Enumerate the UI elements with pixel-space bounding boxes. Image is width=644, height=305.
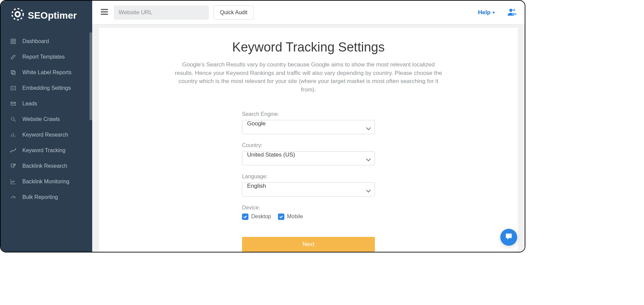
chat-icon	[504, 232, 513, 242]
caret-down-icon: ▼	[492, 11, 496, 15]
sidebar-item-keyword-tracking[interactable]: Keyword Tracking	[1, 143, 92, 158]
sidebar-item-label: Leads	[22, 101, 37, 107]
svg-point-10	[11, 117, 14, 120]
svg-rect-6	[11, 70, 14, 74]
search-icon	[10, 116, 16, 122]
svg-rect-4	[14, 42, 16, 44]
edit-icon	[10, 54, 16, 60]
svg-rect-2	[14, 39, 16, 41]
sidebar-item-white-label-reports[interactable]: White Label Reports	[1, 65, 92, 80]
gear-icon	[10, 7, 25, 24]
sidebar-item-label: Dashboard	[22, 38, 49, 44]
menu-toggle-icon[interactable]	[100, 7, 109, 18]
sidebar-item-label: Embedding Settings	[22, 85, 71, 91]
svg-line-11	[14, 120, 16, 122]
svg-line-19	[13, 197, 14, 199]
sidebar-item-label: White Label Reports	[22, 69, 72, 76]
sidebar-item-dashboard[interactable]: Dashboard	[1, 34, 92, 49]
language-select[interactable]: English	[242, 182, 375, 197]
website-url-input[interactable]	[114, 5, 209, 20]
sidebar-item-keyword-research[interactable]: Keyword Research	[1, 127, 92, 143]
sidebar-item-embedding-settings[interactable]: Embedding Settings	[1, 80, 92, 96]
device-label: Device:	[242, 205, 375, 211]
sidebar-nav: Dashboard Report Templates White Label R…	[1, 32, 92, 206]
sidebar-item-label: Report Templates	[22, 54, 65, 60]
svg-rect-5	[12, 72, 15, 75]
chat-widget-button[interactable]	[500, 229, 517, 246]
country-label: Country:	[242, 142, 375, 148]
svg-point-24	[513, 8, 516, 11]
copy-icon	[10, 69, 16, 76]
sidebar-item-bulk-reporting[interactable]: Bulk Reporting	[1, 189, 92, 205]
sidebar-item-label: Keyword Research	[22, 132, 68, 138]
dashboard-icon	[10, 38, 16, 44]
scrollbar[interactable]	[89, 32, 92, 120]
external-link-icon	[10, 163, 16, 169]
sidebar-item-label: Backlink Monitoring	[22, 179, 69, 185]
sidebar-item-backlink-monitoring[interactable]: Backlink Monitoring	[1, 174, 92, 189]
embed-icon	[10, 85, 16, 91]
sidebar-item-backlink-research[interactable]: Backlink Research	[1, 158, 92, 174]
users-icon[interactable]	[507, 7, 517, 18]
gauge-icon	[10, 194, 16, 200]
brand-logo[interactable]: SEOptimer	[1, 1, 92, 32]
sidebar-item-report-templates[interactable]: Report Templates	[1, 49, 92, 65]
next-button[interactable]: Next	[242, 237, 375, 252]
brand-name: SEOptimer	[28, 10, 77, 21]
settings-form: Search Engine: Google Country: United St…	[242, 111, 375, 252]
settings-card: Keyword Tracking Settings Google's Searc…	[99, 28, 518, 252]
help-label: Help	[478, 9, 490, 16]
language-label: Language:	[242, 174, 375, 180]
sidebar-item-label: Bulk Reporting	[22, 194, 58, 200]
sidebar-item-leads[interactable]: Leads	[1, 96, 92, 111]
sidebar-item-label: Backlink Research	[22, 163, 67, 169]
topbar: Quick Audit Help ▼	[92, 1, 525, 24]
sidebar: SEOptimer Dashboard Report Templates Whi…	[1, 1, 92, 252]
svg-rect-3	[11, 42, 13, 44]
sidebar-item-label: Website Crawls	[22, 116, 60, 122]
search-engine-label: Search Engine:	[242, 111, 375, 117]
trend-icon	[10, 147, 16, 154]
sidebar-item-website-crawls[interactable]: Website Crawls	[1, 111, 92, 127]
help-dropdown[interactable]: Help ▼	[478, 9, 496, 16]
svg-rect-1	[11, 39, 13, 41]
desktop-checkbox[interactable]	[242, 214, 248, 220]
page-title: Keyword Tracking Settings	[113, 40, 504, 55]
desktop-checkbox-label: Desktop	[251, 214, 271, 220]
svg-point-23	[509, 8, 512, 12]
country-select[interactable]: United States (US)	[242, 151, 375, 165]
sidebar-item-label: Keyword Tracking	[22, 147, 65, 154]
page-description: Google's Search Results vary by country …	[173, 61, 444, 94]
search-engine-select[interactable]: Google	[242, 120, 375, 134]
mail-icon	[10, 101, 16, 107]
mobile-checkbox[interactable]	[278, 214, 284, 220]
quick-audit-button[interactable]: Quick Audit	[214, 5, 254, 20]
line-chart-icon	[10, 179, 16, 185]
mobile-checkbox-label: Mobile	[287, 214, 303, 220]
bar-chart-icon	[10, 132, 16, 138]
